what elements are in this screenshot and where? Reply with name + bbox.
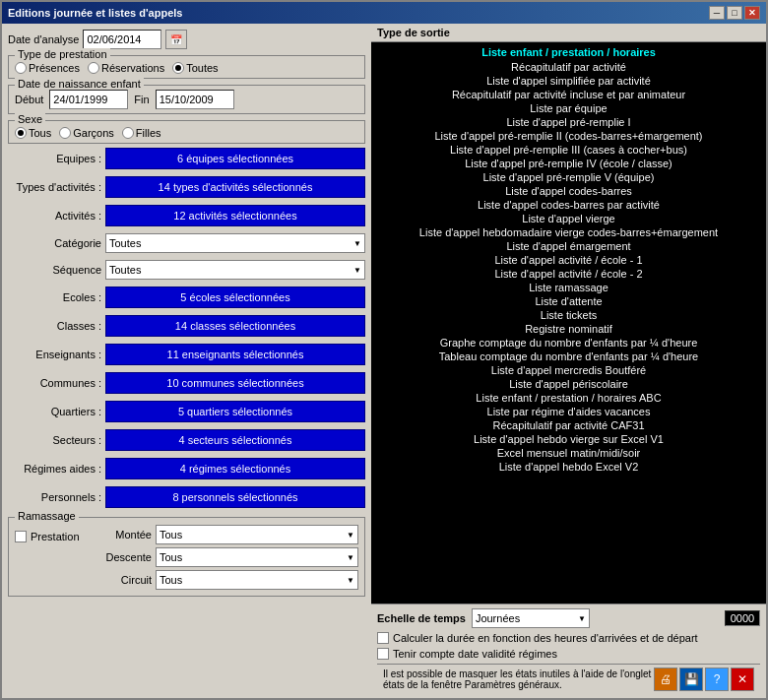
radio-presences-circle[interactable] [15, 62, 27, 74]
list-item[interactable]: Liste d'appel hebdo vierge sur Excel V1 [373, 432, 764, 446]
categorie-dropdown[interactable]: Toutes ▼ [105, 233, 365, 253]
list-item[interactable]: Liste tickets [373, 308, 764, 322]
calc-duree-checkbox[interactable] [377, 632, 389, 644]
list-item[interactable]: Liste d'appel activité / école - 2 [373, 267, 764, 281]
minimize-button[interactable]: ─ [709, 6, 725, 20]
enseignants-label: Enseignants : [8, 349, 101, 360]
list-item[interactable]: Liste d'appel codes-barres par activité [373, 198, 764, 212]
type-prestation-group: Type de prestation Présences Réservation… [8, 55, 365, 79]
categorie-label: Catégorie [8, 237, 101, 249]
regimes-aides-button[interactable]: 4 régimes sélectionnés [105, 458, 365, 479]
list-item[interactable]: Récapitulatif par activité CAF31 [373, 418, 764, 432]
secteurs-button[interactable]: 4 secteurs sélectionnés [105, 429, 365, 451]
tenir-compte-checkbox[interactable] [377, 648, 389, 660]
date-birth-row: Début Fin [15, 90, 358, 109]
list-items: Récapitulatif par activitéListe d'appel … [373, 60, 764, 474]
equipes-row: Equipes : 6 équipes sélectionnées [8, 148, 365, 169]
list-item[interactable]: Liste d'attente [373, 294, 764, 308]
secteurs-label: Secteurs : [8, 434, 101, 446]
list-item[interactable]: Liste d'appel simplifiée par activité [373, 74, 764, 88]
tenir-compte-label: Tenir compte date validité régimes [393, 648, 557, 660]
sequence-dropdown[interactable]: Toutes ▼ [105, 260, 365, 280]
fin-input[interactable] [156, 90, 234, 109]
list-item[interactable]: Liste d'appel hebdo Excel V2 [373, 460, 764, 474]
list-item[interactable]: Liste d'appel pré-remplie III (cases à c… [373, 143, 764, 157]
list-title: Liste enfant / prestation / horaires [373, 44, 764, 60]
list-item[interactable]: Liste enfant / prestation / horaires ABC [373, 391, 764, 405]
radio-tous[interactable]: Tous [15, 127, 51, 139]
equipes-button[interactable]: 6 équipes sélectionnées [105, 148, 365, 169]
list-item[interactable]: Liste d'appel pré-remplie II (codes-barr… [373, 129, 764, 143]
echelle-dropdown[interactable]: Journées ▼ [472, 608, 590, 628]
descente-dropdown[interactable]: Tous ▼ [156, 547, 358, 567]
sequence-row: Séquence Toutes ▼ [8, 260, 365, 280]
ecoles-button[interactable]: 5 écoles sélectionnées [105, 286, 365, 308]
ramassage-group: Ramassage Prestation Montée Tous ▼ Desce… [8, 517, 365, 597]
cancel-button[interactable]: ✕ [731, 668, 754, 691]
list-item[interactable]: Liste d'appel pré-remplie IV (école / cl… [373, 157, 764, 170]
radio-toutes-circle[interactable] [172, 62, 184, 74]
list-item[interactable]: Récapitulatif par activité incluse et pa… [373, 88, 764, 101]
classes-label: Classes : [8, 320, 101, 332]
circuit-dropdown[interactable]: Tous ▼ [156, 570, 358, 590]
calc-duree-label: Calculer la durée en fonction des heures… [393, 632, 698, 644]
list-item[interactable]: Tableau comptage du nombre d'enfants par… [373, 350, 764, 363]
radio-presences[interactable]: Présences [15, 62, 80, 74]
list-item[interactable]: Liste d'appel pré-remplie I [373, 115, 764, 129]
close-button[interactable]: ✕ [744, 6, 760, 20]
personnels-label: Personnels : [8, 491, 101, 503]
radio-garcons-label: Garçons [73, 127, 114, 139]
list-item[interactable]: Liste d'appel pré-remplie V (équipe) [373, 170, 764, 184]
list-item[interactable]: Liste ramassage [373, 281, 764, 294]
calendar-button[interactable]: 📅 [165, 30, 187, 49]
list-item[interactable]: Liste d'appel émargement [373, 239, 764, 253]
maximize-button[interactable]: □ [727, 6, 742, 20]
sequence-value: Toutes [109, 264, 141, 276]
save-button[interactable]: 💾 [679, 668, 703, 691]
enseignants-button[interactable]: 11 enseignants sélectionnés [105, 344, 365, 365]
help-button[interactable]: ? [705, 668, 729, 691]
radio-reservations[interactable]: Réservations [88, 62, 164, 74]
print-button[interactable]: 🖨 [654, 668, 677, 691]
list-item[interactable]: Graphe comptage du nombre d'enfants par … [373, 336, 764, 350]
classes-button[interactable]: 14 classes sélectionnées [105, 315, 365, 337]
list-item[interactable]: Excel mensuel matin/midi/soir [373, 446, 764, 460]
montee-dropdown[interactable]: Tous ▼ [156, 525, 358, 544]
radio-filles-circle[interactable] [122, 127, 134, 139]
communes-button[interactable]: 10 communes sélectionnées [105, 372, 365, 394]
list-item[interactable]: Liste d'appel codes-barres [373, 184, 764, 198]
list-item[interactable]: Liste d'appel hebdomadaire vierge codes-… [373, 225, 764, 239]
date-naissance-group: Date de naissance enfant Début Fin [8, 85, 365, 114]
radio-filles[interactable]: Filles [122, 127, 161, 139]
quartiers-button[interactable]: 5 quartiers sélectionnés [105, 401, 365, 422]
circuit-label: Circuit [97, 574, 152, 586]
types-activites-button[interactable]: 14 types d'activités sélectionnés [105, 176, 365, 198]
radio-reservations-circle[interactable] [88, 62, 99, 74]
list-item[interactable]: Liste d'appel vierge [373, 212, 764, 225]
count-box: 0000 [725, 610, 760, 626]
list-container[interactable]: Liste enfant / prestation / horaires Réc… [371, 42, 766, 604]
list-item[interactable]: Liste d'appel périscolaire [373, 377, 764, 391]
activites-row: Activités : 12 activités sélectionnées [8, 205, 365, 226]
echelle-label: Echelle de temps [377, 612, 466, 624]
ecoles-row: Ecoles : 5 écoles sélectionnées [8, 286, 365, 308]
list-item[interactable]: Liste par régime d'aides vacances [373, 405, 764, 418]
activites-button[interactable]: 12 activités sélectionnées [105, 205, 365, 226]
radio-tous-circle[interactable] [15, 127, 27, 139]
status-bar: Il est possible de masquer les états inu… [377, 664, 760, 694]
descente-label: Descente [97, 551, 152, 563]
list-item[interactable]: Liste d'appel mercredis Boutféré [373, 363, 764, 377]
personnels-button[interactable]: 8 personnels sélectionnés [105, 486, 365, 508]
debut-input[interactable] [49, 90, 128, 109]
list-item[interactable]: Liste d'appel activité / école - 1 [373, 253, 764, 267]
list-item[interactable]: Registre nominatif [373, 322, 764, 336]
debut-label: Début [15, 94, 43, 105]
list-item[interactable]: Récapitulatif par activité [373, 60, 764, 74]
circuit-arrow: ▼ [347, 576, 354, 585]
date-analyse-input[interactable] [83, 30, 161, 49]
radio-toutes[interactable]: Toutes [172, 62, 218, 74]
radio-garcons[interactable]: Garçons [59, 127, 114, 139]
prestation-checkbox[interactable] [15, 531, 27, 542]
list-item[interactable]: Liste par équipe [373, 101, 764, 115]
radio-garcons-circle[interactable] [59, 127, 71, 139]
